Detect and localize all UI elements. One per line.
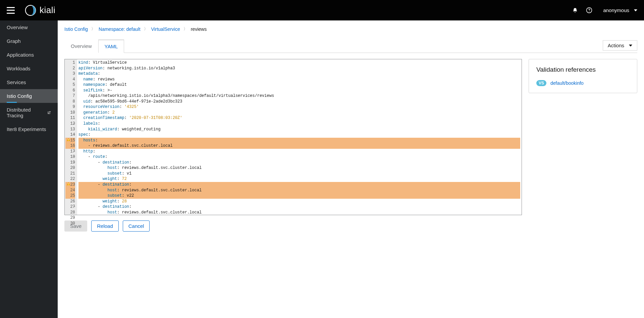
code-line[interactable]: - route: bbox=[78, 154, 520, 160]
gutter-line: 12▾ bbox=[65, 121, 75, 127]
fold-icon[interactable]: ▾ bbox=[73, 155, 75, 159]
validation-title: Validation references bbox=[536, 66, 630, 73]
gutter-line: 13 bbox=[65, 127, 75, 132]
reload-button[interactable]: Reload bbox=[91, 220, 119, 232]
gutter-line: 3▾ bbox=[65, 71, 75, 77]
code-line[interactable]: namespace: default bbox=[78, 82, 520, 88]
sidebar-item-services[interactable]: Services bbox=[0, 75, 58, 89]
tab-yaml[interactable]: YAML bbox=[98, 40, 124, 53]
gutter-line: 19▾ bbox=[65, 160, 75, 166]
breadcrumb-segment[interactable]: Istio Config bbox=[64, 26, 88, 32]
gutter-line: 30 bbox=[65, 221, 75, 227]
gutter-line: 26 bbox=[65, 199, 75, 204]
code-line[interactable]: host: reviews.default.svc.cluster.local bbox=[78, 210, 520, 215]
cancel-button[interactable]: Cancel bbox=[123, 220, 150, 232]
gutter-line: 28 bbox=[65, 210, 75, 215]
code-line[interactable]: weight: 72 bbox=[78, 176, 520, 182]
sidebar-item-distributed-tracing[interactable]: Distributed Tracing bbox=[0, 103, 58, 122]
fold-icon[interactable]: ▾ bbox=[73, 72, 75, 76]
sidebar-item-workloads[interactable]: Workloads bbox=[0, 62, 58, 75]
validation-reference[interactable]: VS default/bookinfo bbox=[536, 80, 630, 86]
sidebar-item-graph[interactable]: Graph bbox=[0, 34, 58, 48]
code-line[interactable]: name: reviews bbox=[78, 77, 520, 82]
gutter-line: 24 bbox=[65, 188, 75, 193]
svg-rect-4 bbox=[68, 183, 68, 184]
code-line[interactable]: weight: 28 bbox=[78, 199, 520, 204]
code-line[interactable]: kind: VirtualService bbox=[78, 60, 520, 66]
gutter-line: 23▾ bbox=[65, 182, 75, 188]
sidebar-item-istio-config[interactable]: Istio Config bbox=[0, 89, 58, 103]
external-link-icon bbox=[47, 111, 51, 115]
menu-toggle-icon[interactable] bbox=[7, 7, 15, 14]
vs-badge: VS bbox=[536, 80, 546, 86]
sidebar-item-label: Applications bbox=[7, 52, 34, 58]
code-line[interactable]: /apis/networking.istio.io/v1alpha3/names… bbox=[78, 93, 520, 99]
code-line[interactable]: host: reviews.default.svc.cluster.local bbox=[78, 165, 520, 171]
sidebar-item-label: Iter8 Experiments bbox=[7, 126, 46, 132]
svg-rect-3 bbox=[68, 140, 68, 141]
actions-label: Actions bbox=[608, 43, 624, 48]
fold-icon[interactable]: ▾ bbox=[73, 149, 75, 153]
validation-ref-link[interactable]: default/bookinfo bbox=[550, 80, 584, 86]
fold-icon[interactable]: ▾ bbox=[73, 133, 75, 137]
brand[interactable]: kiali bbox=[25, 5, 55, 16]
code-line[interactable]: - reviews.default.svc.cluster.local bbox=[78, 143, 520, 149]
fold-icon[interactable]: ▾ bbox=[73, 205, 75, 209]
gutter-line: 22 bbox=[65, 176, 75, 182]
code-line[interactable]: apiVersion: networking.istio.io/v1alpha3 bbox=[78, 66, 520, 71]
code-line[interactable]: uid: ac58e595-9bd6-44ef-971e-2ade2d3bc32… bbox=[78, 99, 520, 105]
caret-down-icon bbox=[634, 9, 637, 11]
gutter-line: 6▾ bbox=[65, 88, 75, 93]
fold-icon[interactable]: ▾ bbox=[73, 183, 75, 187]
code-line[interactable]: subset: v1 bbox=[78, 171, 520, 177]
breadcrumb-segment[interactable]: Namespace: default bbox=[99, 26, 141, 32]
code-line[interactable]: - destination: bbox=[78, 160, 520, 166]
svg-rect-5 bbox=[68, 185, 68, 185]
breadcrumb-separator: 〉 bbox=[91, 26, 95, 32]
fold-icon[interactable]: ▾ bbox=[73, 88, 75, 92]
code-line[interactable]: selfLink: >- bbox=[78, 88, 520, 93]
code-line[interactable]: subset: v22 bbox=[78, 193, 520, 199]
fold-icon[interactable]: ▾ bbox=[73, 138, 75, 142]
gutter-line: 16 bbox=[65, 143, 75, 149]
sidebar-item-iter8-experiments[interactable]: Iter8 Experiments bbox=[0, 122, 58, 136]
code-line[interactable]: labels: bbox=[78, 121, 520, 127]
code-line[interactable]: - destination: bbox=[78, 182, 520, 188]
bell-icon[interactable] bbox=[572, 7, 578, 13]
brand-text: kiali bbox=[40, 5, 55, 15]
code-line[interactable]: hosts: bbox=[78, 138, 520, 143]
actions-dropdown[interactable]: Actions bbox=[603, 40, 637, 51]
code-line[interactable]: host: reviews.default.svc.cluster.local bbox=[78, 188, 520, 193]
validation-panel: Validation references VS default/bookinf… bbox=[529, 59, 637, 93]
tab-overview[interactable]: Overview bbox=[64, 40, 98, 53]
caret-down-icon bbox=[629, 45, 632, 47]
sidebar-item-applications[interactable]: Applications bbox=[0, 48, 58, 62]
yaml-editor[interactable]: 1 2 3▾ 4 5 6▾ 7 8 9 10 11 12▾ 13 14▾ 15▾… bbox=[64, 59, 522, 215]
warning-icon bbox=[67, 182, 70, 186]
top-bar: kiali anonymous bbox=[0, 0, 644, 20]
sidebar: OverviewGraphApplicationsWorkloadsServic… bbox=[0, 20, 58, 318]
sidebar-item-label: Services bbox=[7, 79, 26, 85]
gutter-line: 15▾ bbox=[65, 138, 75, 143]
breadcrumb-segment[interactable]: VirtualService bbox=[151, 26, 180, 32]
sidebar-item-label: Graph bbox=[7, 38, 21, 44]
gutter-line: 27▾ bbox=[65, 204, 75, 210]
code-line[interactable]: http: bbox=[78, 149, 520, 154]
gutter-line: 18▾ bbox=[65, 154, 75, 160]
code-line[interactable]: - destination: bbox=[78, 204, 520, 210]
gutter-line: 5 bbox=[65, 82, 75, 88]
code-line[interactable]: metadata: bbox=[78, 71, 520, 77]
fold-icon[interactable]: ▾ bbox=[73, 161, 75, 165]
gutter-line: 25 bbox=[65, 193, 75, 199]
code-line[interactable]: generation: 2 bbox=[78, 110, 520, 116]
breadcrumb-segment: reviews bbox=[191, 26, 207, 32]
gutter-line: 10 bbox=[65, 110, 75, 116]
code-line[interactable]: creationTimestamp: '2020-07-31T08:03:20Z… bbox=[78, 115, 520, 121]
user-menu[interactable]: anonymous bbox=[603, 7, 637, 13]
sidebar-item-overview[interactable]: Overview bbox=[0, 20, 58, 34]
code-line[interactable]: resourceVersion: '4325' bbox=[78, 104, 520, 110]
code-line[interactable]: spec: bbox=[78, 132, 520, 138]
help-icon[interactable] bbox=[586, 7, 592, 13]
fold-icon[interactable]: ▾ bbox=[73, 122, 75, 126]
code-line[interactable]: kiali_wizard: weighted_routing bbox=[78, 127, 520, 132]
